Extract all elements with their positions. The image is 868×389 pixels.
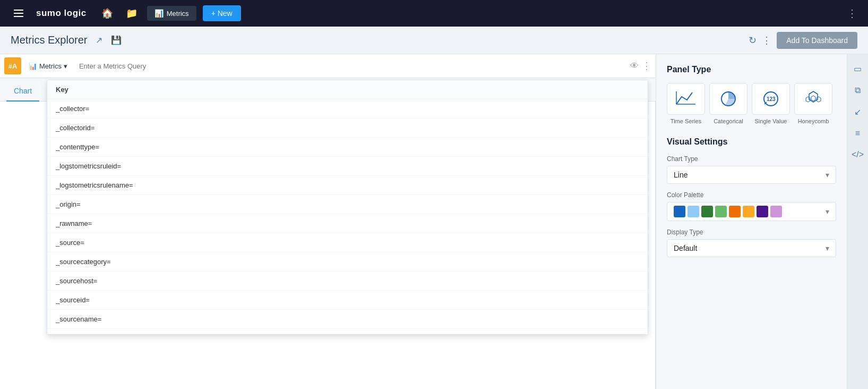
panel-type-box: 123	[752, 83, 790, 115]
dropdown-item[interactable]: _origin=	[47, 195, 648, 214]
palette-chevron: ▾	[826, 207, 829, 216]
new-button[interactable]: + New	[203, 5, 241, 21]
svg-text:123: 123	[767, 96, 776, 102]
color-palette-row[interactable]: ▾	[667, 202, 836, 221]
dropdown-item[interactable]: _collector=	[47, 99, 648, 119]
panel-type-box	[709, 83, 747, 115]
dropdown-item[interactable]: _sourceid=	[47, 291, 648, 310]
chart-type-select[interactable]: Line ▾	[667, 166, 836, 184]
page-title: Metrics Explorer	[11, 34, 87, 46]
color-swatch[interactable]	[729, 206, 741, 217]
nav-more-icon[interactable]: ⋮	[843, 5, 862, 22]
metrics-dropdown-chevron: ▾	[64, 62, 67, 70]
panel-type-label: Categorical	[714, 118, 743, 124]
color-swatch[interactable]	[770, 206, 782, 217]
dropdown-item[interactable]: _transformationruleid=	[47, 329, 648, 335]
metrics-nav-tab[interactable]: 📊 Metrics	[147, 6, 196, 21]
dropdown-item[interactable]: _collectorid=	[47, 119, 648, 138]
save-icon-button[interactable]: 💾	[109, 33, 124, 47]
query-row: #A 📊 Metrics ▾ 👁 ⋮ Key _collector=_colle…	[0, 54, 656, 78]
chart-type-value: Line	[674, 171, 687, 179]
home-button[interactable]: 🏠	[96, 3, 118, 23]
sub-header-icons: ↗ 💾	[93, 33, 124, 47]
dropdown-item[interactable]: _logstometricsrulename=	[47, 176, 648, 195]
panel-type-label: Single Value	[755, 118, 787, 124]
top-nav: sumo logic 🏠 📁 📊 Metrics + New ⋮	[0, 0, 868, 27]
add-dashboard-button[interactable]: Add To Dashboard	[777, 32, 857, 49]
panel-type-label: Time Series	[671, 118, 701, 124]
new-button-label: + New	[211, 9, 233, 18]
query-label: #A	[4, 57, 21, 74]
dropdown-item[interactable]: _sourcecategory=	[47, 252, 648, 272]
code-icon[interactable]: </>	[849, 146, 866, 164]
query-more-icon[interactable]: ⋮	[642, 60, 651, 72]
panel-type-title: Panel Type	[667, 65, 836, 74]
panel-type-box	[794, 83, 832, 115]
dropdown-item[interactable]: _rawname=	[47, 214, 648, 233]
display-type-label: Display Type	[667, 229, 836, 236]
color-swatch[interactable]	[743, 206, 754, 217]
query-dropdown[interactable]: Key _collector=_collectorid=_contenttype…	[47, 80, 648, 335]
panel-type-item-honeycomb[interactable]: Honeycomb	[794, 83, 832, 124]
dropdown-item[interactable]: _source=	[47, 233, 648, 252]
main-content: #A 📊 Metrics ▾ 👁 ⋮ Key _collector=_colle…	[0, 54, 868, 389]
hamburger-icon	[12, 7, 25, 19]
svg-marker-7	[811, 96, 815, 101]
color-swatch[interactable]	[757, 206, 768, 217]
tab-chart[interactable]: Chart	[6, 81, 39, 102]
display-type-value: Default	[674, 244, 697, 252]
visual-settings-title: Visual Settings	[667, 137, 836, 147]
list-icon[interactable]: ≡	[853, 124, 862, 142]
color-swatch[interactable]	[715, 206, 727, 217]
dropdown-item[interactable]: _contenttype=	[47, 138, 648, 157]
chart-type-label: Chart Type	[667, 155, 836, 163]
metrics-tab-small-icon: 📊	[29, 62, 37, 70]
panel-type-box	[667, 83, 705, 115]
color-swatch[interactable]	[701, 206, 713, 217]
sub-header: Metrics Explorer ↗ 💾 ↻ ⋮ Add To Dashboar…	[0, 27, 868, 54]
metrics-type-label: Metrics	[39, 62, 62, 70]
hamburger-button[interactable]	[6, 3, 31, 23]
panel-type-item-categorical[interactable]: Categorical	[709, 83, 747, 124]
panel-types-list: Time Series Categorical 123 Single Value…	[667, 83, 836, 124]
resize-icon[interactable]: ↙	[852, 103, 863, 121]
settings-content: Panel Type Time Series Categorical 123 S…	[656, 54, 847, 389]
display-type-chevron: ▾	[826, 244, 829, 252]
dropdown-item[interactable]: _sourcehost=	[47, 272, 648, 291]
export-icon-button[interactable]: ↗	[93, 33, 105, 47]
files-button[interactable]: 📁	[121, 3, 143, 23]
metrics-tab-label: Metrics	[167, 10, 189, 18]
dropdown-items-list: _collector=_collectorid=_contenttype=_lo…	[47, 99, 648, 335]
copy-icon[interactable]: ⧉	[853, 81, 863, 99]
panel-type-item-time-series[interactable]: Time Series	[667, 83, 705, 124]
panel-type-item-single-value[interactable]: 123 Single Value	[752, 83, 790, 124]
monitor-icon[interactable]: ▭	[852, 60, 864, 78]
sub-more-button[interactable]: ⋮	[762, 35, 771, 46]
color-swatch[interactable]	[687, 206, 699, 217]
chart-type-chevron: ▾	[826, 171, 829, 179]
sub-header-right: ↻ ⋮ Add To Dashboard	[749, 32, 857, 49]
side-icons-panel: ▭⧉↙≡</>	[847, 54, 868, 389]
dropdown-item[interactable]: _logstometricsruleid=	[47, 157, 648, 176]
right-panel: Panel Type Time Series Categorical 123 S…	[656, 54, 868, 389]
dropdown-header: Key	[47, 80, 648, 99]
panel-type-label: Honeycomb	[798, 118, 829, 124]
refresh-button[interactable]: ↻	[749, 35, 757, 46]
left-panel: #A 📊 Metrics ▾ 👁 ⋮ Key _collector=_colle…	[0, 54, 656, 389]
metrics-tab-icon: 📊	[154, 9, 164, 18]
color-swatch[interactable]	[674, 206, 685, 217]
query-input[interactable]	[75, 60, 627, 72]
metrics-type-button[interactable]: 📊 Metrics ▾	[24, 60, 72, 72]
brand-name: sumo logic	[36, 8, 87, 19]
visibility-icon[interactable]: 👁	[630, 61, 639, 71]
dropdown-item[interactable]: _sourcename=	[47, 310, 648, 329]
display-type-select[interactable]: Default ▾	[667, 239, 836, 257]
color-palette-label: Color Palette	[667, 191, 836, 199]
color-palette	[674, 206, 782, 217]
brand-logo: sumo logic	[6, 3, 94, 23]
